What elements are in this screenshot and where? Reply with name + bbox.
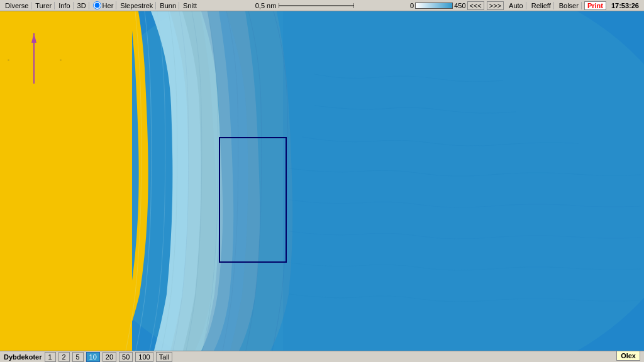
nav-forward-button[interactable]: >>> (487, 1, 504, 10)
statusbar: Dybdekoter 1 2 5 10 20 50 100 Tall Olex (0, 351, 644, 362)
depth-btn-2[interactable]: 2 (58, 352, 70, 362)
auto-button[interactable]: Auto (506, 2, 526, 9)
svg-rect-6 (283, 11, 644, 351)
north-arrow (28, 30, 40, 87)
toolbar-3d[interactable]: 3D (75, 2, 89, 9)
depth-min: 0 (410, 2, 414, 9)
olex-badge: Olex (616, 351, 640, 361)
bolser-button[interactable]: Bolser (557, 2, 582, 9)
toolbar-slepestrek[interactable]: Slepestrek (118, 2, 156, 9)
depth-btn-5[interactable]: 5 (72, 352, 84, 362)
selection-rectangle[interactable] (219, 137, 287, 263)
scale-bar: 0,5 nm (201, 2, 409, 9)
depth-btn-20[interactable]: 20 (103, 352, 116, 362)
her-label: Her (103, 2, 114, 9)
statusbar-label: Dybdekoter (4, 353, 42, 361)
dot-marker-2: - (60, 57, 62, 63)
toolbar: Diverse Turer Info 3D Her Slepestrek Bun… (0, 0, 644, 11)
toolbar-snitt[interactable]: Snitt (180, 2, 199, 9)
svg-marker-8 (31, 33, 36, 43)
toolbar-turer[interactable]: Turer (33, 2, 55, 9)
toolbar-right: <<< >>> Auto Relieff Bolser Print 17:53:… (467, 1, 641, 10)
depth-gradient (415, 3, 453, 9)
svg-rect-5 (0, 11, 132, 351)
dot-marker-1: - (8, 57, 9, 63)
toolbar-her[interactable]: Her (91, 1, 117, 9)
depth-max: 450 (454, 2, 465, 9)
scale-line-svg (279, 2, 354, 9)
depth-btn-tall[interactable]: Tall (156, 352, 173, 362)
nav-back-button[interactable]: <<< (467, 1, 484, 10)
map-svg (0, 11, 644, 351)
depth-btn-1[interactable]: 1 (45, 352, 56, 362)
scale-label: 0,5 nm (255, 2, 277, 9)
relief-button[interactable]: Relieff (529, 2, 554, 9)
her-radio[interactable] (93, 1, 101, 9)
print-button[interactable]: Print (584, 1, 606, 10)
toolbar-bunn[interactable]: Bunn (157, 2, 179, 9)
depth-bar: 0 450 (410, 2, 465, 9)
depth-btn-50[interactable]: 50 (119, 352, 133, 362)
depth-btn-10[interactable]: 10 (86, 352, 100, 362)
time-display: 17:53:26 (609, 2, 641, 9)
depth-btn-100[interactable]: 100 (135, 352, 153, 362)
toolbar-diverse[interactable]: Diverse (3, 2, 31, 9)
toolbar-info[interactable]: Info (56, 2, 73, 9)
map-container[interactable]: - - (0, 11, 644, 351)
